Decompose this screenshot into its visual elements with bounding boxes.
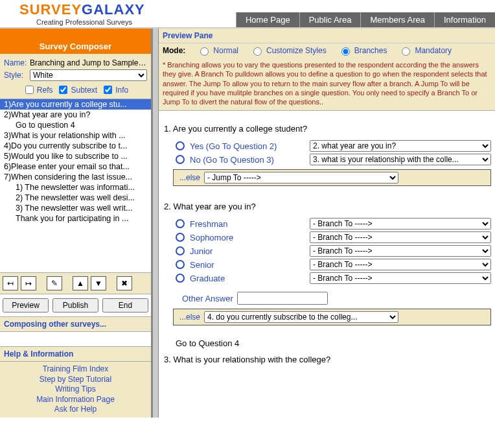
radio-icon[interactable] xyxy=(176,246,185,255)
question-item[interactable]: 3)What is your relationship with ... xyxy=(0,130,151,141)
q1-text: 1. Are you currently a college student? xyxy=(164,124,491,134)
help-writing-tips[interactable]: Writing Tips xyxy=(3,384,148,395)
help-links: Training Film Index Step by Step Tutoria… xyxy=(0,362,151,418)
other-surveys-panel[interactable]: Composing other surveys... xyxy=(0,316,151,332)
vertical-divider[interactable] xyxy=(152,29,159,418)
radio-icon[interactable] xyxy=(176,274,185,283)
q1-yes-branch-select[interactable]: 2. what year are you in? xyxy=(310,140,491,152)
help-step-by-step[interactable]: Step by Step Tutorial xyxy=(3,375,148,385)
q2-o3-select[interactable]: - Branch To -----> xyxy=(310,245,491,257)
mode-normal[interactable]: Normal xyxy=(197,45,238,56)
q1-no-branch-select[interactable]: 3. what is your relationship with the co… xyxy=(310,154,491,165)
composer-title: Survey Composer xyxy=(0,39,151,54)
mode-customize[interactable]: Customize Styles xyxy=(250,45,327,56)
question-item[interactable]: 2)What year are you in? xyxy=(0,110,151,120)
q2-o1-select[interactable]: - Branch To -----> xyxy=(310,218,491,230)
nav-home[interactable]: Home Page xyxy=(236,12,299,27)
q2-o4-select[interactable]: - Branch To -----> xyxy=(310,259,491,270)
q2-o2-label: Sophomore xyxy=(190,233,310,242)
other-answer-input[interactable] xyxy=(237,292,328,305)
style-select[interactable]: White xyxy=(30,69,147,81)
publish-button[interactable]: Publish xyxy=(52,298,98,312)
q2-else-row: ...else 4. do you currently subscribe to… xyxy=(173,309,491,325)
q1-else-select[interactable]: - Jump To -----> xyxy=(204,172,398,183)
help-panel-heading: Help & Information xyxy=(0,346,151,362)
help-ask[interactable]: Ask for Help xyxy=(3,405,148,415)
move-left-icon[interactable]: ↤ xyxy=(3,276,18,290)
logo-area: SURVEYGALAXY Creating Professional Surve… xyxy=(0,0,150,27)
preview-body: 1. Are you currently a college student? … xyxy=(159,111,495,377)
q2-o1-label: Freshman xyxy=(190,219,310,229)
question-item[interactable]: Thank you for participating in ... xyxy=(0,213,151,224)
q2-o2-select[interactable]: - Branch To -----> xyxy=(310,231,491,243)
edit-icon[interactable]: ✎ xyxy=(47,276,62,290)
mode-row: Mode: Normal Customize Styles Branches M… xyxy=(159,43,495,58)
q1-else-row: ...else - Jump To -----> xyxy=(173,169,491,186)
style-label: Style: xyxy=(4,71,30,80)
q2-else-label: ...else xyxy=(176,312,204,322)
orange-strip xyxy=(0,29,151,39)
preview-pane: Preview Pane Mode: Normal Customize Styl… xyxy=(159,29,495,418)
delete-icon[interactable]: ✖ xyxy=(117,276,132,290)
mode-branches[interactable]: Branches xyxy=(338,45,387,56)
question-list[interactable]: 1)Are you currently a college stu...2)Wh… xyxy=(0,99,151,273)
radio-icon[interactable] xyxy=(176,155,185,164)
refs-checkbox[interactable]: Refs xyxy=(23,84,53,96)
q1-else-label: ...else xyxy=(176,173,204,182)
move-down-icon[interactable]: ▼ xyxy=(91,276,106,290)
end-button[interactable]: End xyxy=(102,298,148,312)
mode-mandatory[interactable]: Mandatory xyxy=(398,45,452,56)
q2-o4-label: Senior xyxy=(190,260,310,270)
composer-toolbar: ↤ ↦ ✎ ▲ ▼ ✖ xyxy=(0,273,151,294)
move-up-icon[interactable]: ▲ xyxy=(73,276,88,290)
preview-title: Preview Pane xyxy=(159,29,495,43)
subtext-checkbox[interactable]: Subtext xyxy=(56,84,97,96)
question-item[interactable]: 4)Do you currently subscribe to t... xyxy=(0,141,151,151)
radio-icon[interactable] xyxy=(176,233,185,242)
q1-no-label: No (Go To Question 3) xyxy=(190,155,310,165)
preview-button[interactable]: Preview xyxy=(3,298,49,312)
main: Survey Composer Name: Branching and Jump… xyxy=(0,29,495,418)
q2-else-select[interactable]: 4. do you currently subscribe to the col… xyxy=(204,311,398,323)
composer-button-row: Preview Publish End xyxy=(0,294,151,316)
q2-other-answer: Other Answer xyxy=(182,292,491,305)
q2-opt-senior: Senior - Branch To -----> xyxy=(176,259,491,270)
top-header: SURVEYGALAXY Creating Professional Surve… xyxy=(0,0,495,29)
question-item[interactable]: 2) The newsletter was well desi... xyxy=(0,193,151,203)
composer-controls: Name: Branching and Jump to Sample Su...… xyxy=(0,54,151,99)
goto-question-4: Go to Question 4 xyxy=(176,338,491,348)
help-main-info[interactable]: Main Information Page xyxy=(3,395,148,405)
logo: SURVEYGALAXY xyxy=(19,1,145,18)
logo-word-1: SURVEY xyxy=(19,1,82,18)
branching-note: * Branching allows you to vary the quest… xyxy=(159,58,495,110)
nav-info[interactable]: Information xyxy=(434,12,495,27)
logo-word-2: GALAXY xyxy=(82,1,145,18)
question-item[interactable]: 1) The newsletter was informati... xyxy=(0,182,151,193)
radio-icon[interactable] xyxy=(176,141,185,150)
q2-o5-label: Graduate xyxy=(190,274,310,283)
nav-bar: Home Page Public Area Members Area Infor… xyxy=(236,12,495,27)
radio-icon[interactable] xyxy=(176,219,185,228)
q3-text: 3. What is your relationship with the co… xyxy=(164,355,491,364)
question-item[interactable]: Go to question 4 xyxy=(0,120,151,130)
q2-opt-freshman: Freshman - Branch To -----> xyxy=(176,218,491,230)
question-item[interactable]: 6)Please enter your email so that... xyxy=(0,161,151,172)
q2-opt-junior: Junior - Branch To -----> xyxy=(176,245,491,257)
help-training-film[interactable]: Training Film Index xyxy=(3,364,148,375)
info-checkbox[interactable]: Info xyxy=(101,84,128,96)
q1-option-yes: Yes (Go To Question 2) 2. what year are … xyxy=(176,140,491,152)
q2-opt-sophomore: Sophomore - Branch To -----> xyxy=(176,231,491,243)
question-item[interactable]: 7)When considering the last issue... xyxy=(0,172,151,182)
tagline: Creating Professional Surveys xyxy=(36,18,145,26)
question-item[interactable]: 3) The newsletter was well writ... xyxy=(0,203,151,213)
nav-members[interactable]: Members Area xyxy=(360,12,434,27)
move-right-icon[interactable]: ↦ xyxy=(21,276,36,290)
question-item[interactable]: 5)Would you like to subscribe to ... xyxy=(0,151,151,161)
nav-public[interactable]: Public Area xyxy=(299,12,361,27)
radio-icon[interactable] xyxy=(176,260,185,269)
q2-o5-select[interactable]: - Branch To -----> xyxy=(310,272,491,284)
q2-text: 2. What year are you in? xyxy=(164,202,491,211)
other-answer-label: Other Answer xyxy=(182,294,233,303)
q2-o3-label: Junior xyxy=(190,246,310,256)
question-item[interactable]: 1)Are you currently a college stu... xyxy=(0,99,151,110)
